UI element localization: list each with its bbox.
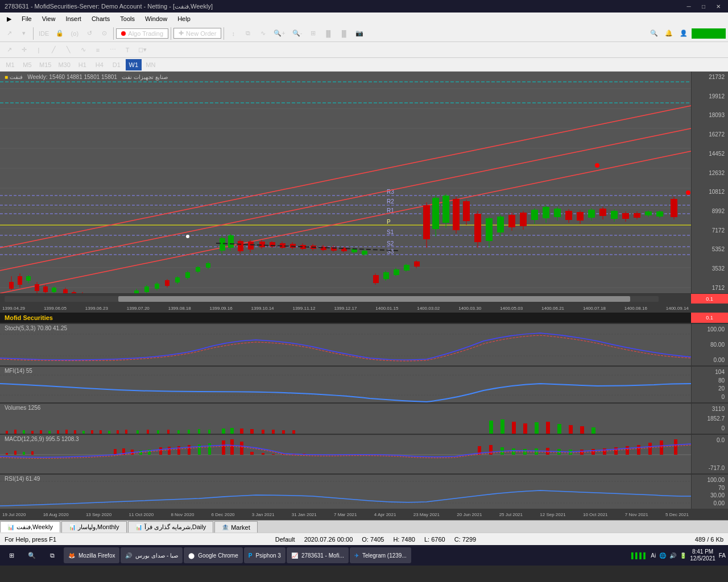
status-high-text: H: 7480 bbox=[393, 536, 415, 543]
tb-down[interactable]: ▾ bbox=[17, 27, 31, 40]
taskbar-apps: 🦊 Mozilla Firefox 🔊 صبا - صدای بورس ⬤ Go… bbox=[64, 547, 629, 563]
main-chart-svg: R3 R2 R1 P S1 S2 S3 bbox=[0, 72, 691, 293]
rsi-panel: RSI(14) 61.49 100.00 70 30.00 0.00 bbox=[0, 473, 728, 509]
tb2-vertical[interactable]: | bbox=[32, 43, 46, 57]
svg-rect-113 bbox=[394, 269, 399, 275]
menu-window[interactable]: Window bbox=[140, 14, 172, 23]
app-telegram[interactable]: ✈ Telegram (1239... bbox=[350, 547, 411, 563]
close-button[interactable]: ✕ bbox=[713, 2, 723, 10]
minimize-button[interactable]: ─ bbox=[684, 2, 694, 10]
svg-rect-218 bbox=[580, 426, 584, 434]
tb-screenshot[interactable]: 📷 bbox=[353, 27, 366, 40]
menu-file-placeholder[interactable]: ▶ bbox=[2, 14, 16, 24]
macd-price-axis: 0.0 -717.0 bbox=[691, 435, 728, 473]
tf-m15[interactable]: M15 bbox=[36, 59, 54, 70]
status-open: O: 7405 bbox=[362, 536, 384, 543]
bdate-7: 3 Jan 2021 bbox=[252, 512, 275, 517]
algo-trading-button[interactable]: Algo Trading bbox=[116, 28, 168, 39]
tab-market[interactable]: 🏦 Market bbox=[214, 521, 258, 533]
app-psiphon[interactable]: P Psiphon 3 bbox=[244, 547, 286, 563]
svg-rect-239 bbox=[230, 439, 234, 455]
tb-person[interactable]: 👤 bbox=[677, 27, 690, 40]
rsi-title: RSI(14) 61.49 bbox=[5, 476, 40, 482]
menu-file[interactable]: File bbox=[17, 14, 36, 23]
tb-settings[interactable]: ⊙ bbox=[97, 27, 111, 40]
tb2-arrow[interactable]: ↗ bbox=[2, 43, 16, 57]
tb-wave[interactable]: ∿ bbox=[256, 27, 270, 40]
tf-d1[interactable]: D1 bbox=[109, 59, 125, 70]
tb2-line[interactable]: ╱ bbox=[47, 43, 60, 57]
svg-rect-0 bbox=[0, 72, 691, 293]
new-order-button[interactable]: ✚ New Order bbox=[173, 28, 221, 39]
volumes-panel: Volumes 1256 bbox=[0, 402, 728, 434]
menu-view[interactable]: View bbox=[38, 14, 60, 23]
tb2-trendline[interactable]: ╲ bbox=[61, 43, 75, 57]
tab-chart-icon-3: 📊 bbox=[135, 524, 142, 530]
price-21732: 21732 bbox=[693, 74, 727, 80]
tb-robot[interactable]: (o) bbox=[68, 27, 81, 40]
scrollbar-value: 0.1 bbox=[691, 294, 728, 304]
price-axis: 21732 19912 18093 16272 14452 12632 1081… bbox=[691, 72, 728, 293]
svg-rect-119 bbox=[423, 205, 430, 239]
tb2-shapes[interactable]: ◻▾ bbox=[135, 43, 150, 57]
tb-refresh[interactable]: ↺ bbox=[82, 27, 96, 40]
tf-h4[interactable]: H4 bbox=[92, 59, 107, 70]
app-mofid[interactable]: 📈 2783631 - Mofi... bbox=[287, 547, 349, 563]
app-saba[interactable]: 🔊 صبا - صدای بورس bbox=[121, 547, 183, 563]
tb-grid[interactable]: ⊞ bbox=[306, 27, 320, 40]
app-firefox[interactable]: 🦊 Mozilla Firefox bbox=[64, 547, 119, 563]
tb-ide[interactable]: IDE bbox=[36, 27, 52, 40]
vol-3110: 3110 bbox=[693, 406, 727, 412]
status-datetime: 2020.07.26 00:00 bbox=[304, 536, 353, 543]
tf-m5[interactable]: M5 bbox=[19, 59, 35, 70]
main-chart[interactable]: ■ فنفت Weekly: 15460 14881 15801 15801 ص… bbox=[0, 72, 728, 293]
maximize-button[interactable]: □ bbox=[698, 2, 709, 10]
app-chrome[interactable]: ⬤ Google Chrome bbox=[184, 547, 243, 563]
tb-chart1[interactable]: ▐▌ bbox=[321, 27, 336, 40]
svg-rect-75 bbox=[196, 267, 200, 272]
svg-rect-143 bbox=[554, 209, 561, 217]
tb2-fib[interactable]: ⋯ bbox=[106, 43, 119, 57]
svg-rect-141 bbox=[543, 207, 549, 218]
tb-zoom-in[interactable]: 🔍+ bbox=[271, 27, 288, 40]
tb-zoom-out[interactable]: 🔍- bbox=[289, 27, 305, 40]
tf-mn[interactable]: MN bbox=[143, 59, 159, 70]
scrollbar-axis[interactable]: 0.1 bbox=[0, 293, 728, 304]
tb-zoom1[interactable]: ↕ bbox=[226, 27, 240, 40]
price-19912: 19912 bbox=[693, 93, 727, 99]
tab-fanfat-weekly[interactable]: 📊 فنفت,Weekly bbox=[0, 521, 60, 533]
price-12632: 12632 bbox=[693, 170, 727, 176]
svg-rect-242 bbox=[262, 453, 264, 455]
date-11: 1400.03.02 bbox=[417, 306, 440, 311]
tb2-draw[interactable]: ∿ bbox=[76, 43, 90, 57]
menu-charts[interactable]: Charts bbox=[87, 14, 114, 23]
tb2-channel[interactable]: ≡ bbox=[91, 43, 105, 57]
tf-m30[interactable]: M30 bbox=[55, 59, 73, 70]
menu-help[interactable]: Help bbox=[173, 14, 195, 23]
tf-m1[interactable]: M1 bbox=[2, 59, 18, 70]
tab-volpasar-monthly[interactable]: 📊 ولپاسار,Monthly bbox=[61, 521, 127, 533]
price-16272: 16272 bbox=[693, 131, 727, 138]
menu-insert[interactable]: Insert bbox=[61, 14, 86, 23]
svg-rect-151 bbox=[599, 209, 606, 216]
bdate-1: 19 Jul 2020 bbox=[2, 512, 26, 517]
tf-w1[interactable]: W1 bbox=[126, 59, 142, 70]
tb-zoom2[interactable]: ⧉ bbox=[241, 27, 255, 40]
taskbar-taskview[interactable]: ⧉ bbox=[43, 547, 61, 563]
tb2-cross[interactable]: ✛ bbox=[17, 43, 31, 57]
battery-icon: 🔋 bbox=[680, 552, 686, 559]
menu-tools[interactable]: Tools bbox=[115, 14, 139, 23]
tab-sharmaie-daily[interactable]: 📊 شرمایه گذاری فرآ,Daily bbox=[128, 521, 214, 533]
tb-chart2[interactable]: ▐▌ bbox=[337, 27, 351, 40]
taskbar-search[interactable]: 🔍 bbox=[23, 547, 41, 563]
tab-chart-icon-1: 📊 bbox=[7, 524, 14, 530]
start-button[interactable]: ⊞ bbox=[2, 547, 20, 563]
svg-rect-137 bbox=[520, 213, 527, 226]
tf-h1[interactable]: H1 bbox=[75, 59, 90, 70]
tb-alert[interactable]: 🔔 bbox=[662, 27, 676, 40]
tb-arrow[interactable]: ↗ bbox=[2, 27, 16, 40]
status-profile: Default bbox=[275, 536, 295, 543]
tb-search[interactable]: 🔍 bbox=[647, 27, 661, 40]
tb2-text[interactable]: T bbox=[121, 43, 134, 57]
tb-lock[interactable]: 🔒 bbox=[53, 27, 67, 40]
